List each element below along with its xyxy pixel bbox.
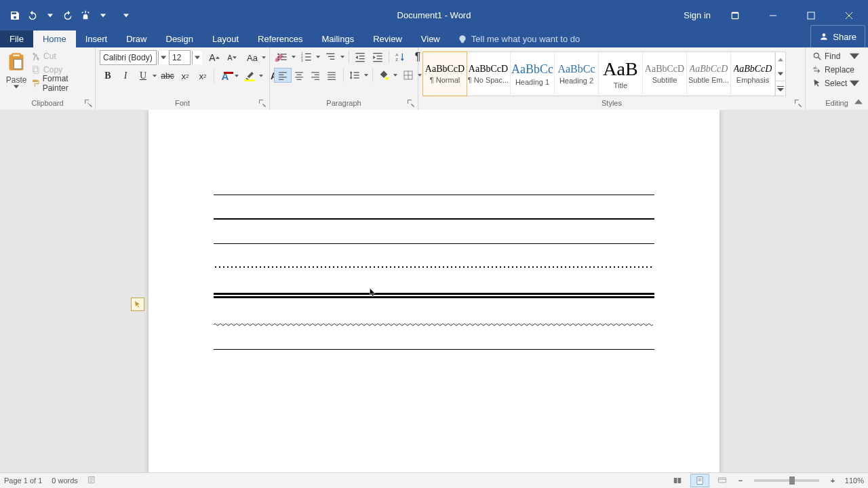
style-heading-2[interactable]: AaBbCcHeading 2: [555, 52, 599, 96]
tab-design[interactable]: Design: [157, 30, 203, 47]
print-layout-view-button[interactable]: [690, 474, 709, 487]
font-name-combo[interactable]: Calibri (Body): [100, 50, 157, 65]
undo-dropdown[interactable]: [42, 7, 58, 24]
font-dialog-launcher[interactable]: [258, 99, 267, 107]
tab-file[interactable]: File: [0, 30, 33, 47]
tab-home[interactable]: Home: [33, 30, 76, 47]
style-title[interactable]: AaBTitle: [599, 52, 643, 96]
clipboard-dialog-launcher[interactable]: [84, 99, 92, 107]
style-subtitle[interactable]: AaBbCcDSubtitle: [643, 52, 687, 96]
change-case-button[interactable]: Aa: [244, 51, 259, 64]
text-effects-dropdown[interactable]: [233, 69, 240, 83]
subscript-button[interactable]: x2: [177, 69, 193, 83]
sign-in-link[interactable]: Sign in: [684, 10, 711, 20]
justify-button[interactable]: [323, 68, 340, 82]
zoom-out-button[interactable]: −: [735, 475, 746, 486]
page-number-status[interactable]: Page 1 of 1: [4, 476, 42, 485]
decrease-indent-button[interactable]: [352, 50, 368, 64]
bullets-dropdown[interactable]: [290, 50, 297, 64]
read-mode-view-button[interactable]: [669, 474, 686, 487]
select-label: Select: [825, 79, 847, 88]
line-spacing-button[interactable]: [347, 68, 361, 82]
maximize-button[interactable]: [797, 6, 825, 25]
strikethrough-button[interactable]: abc: [159, 69, 176, 83]
touch-mouse-mode-button[interactable]: [77, 7, 94, 24]
highlight-dropdown[interactable]: [258, 69, 264, 83]
line-spacing-dropdown[interactable]: [363, 68, 370, 82]
tab-insert[interactable]: Insert: [76, 30, 117, 47]
styles-expand[interactable]: [776, 81, 785, 96]
sort-button[interactable]: AZ: [392, 50, 408, 64]
grow-font-button[interactable]: A: [206, 51, 222, 64]
underline-button[interactable]: U: [135, 69, 150, 83]
align-center-button[interactable]: [291, 68, 307, 82]
italic-button[interactable]: I: [117, 69, 134, 83]
minimize-button[interactable]: [760, 6, 787, 25]
zoom-in-button[interactable]: +: [827, 475, 838, 486]
paragraph-dialog-launcher[interactable]: [407, 99, 415, 107]
multilevel-list-button[interactable]: [323, 50, 338, 64]
zoom-slider-thumb[interactable]: [789, 476, 795, 485]
find-button[interactable]: Find: [810, 50, 862, 62]
touch-mode-dropdown[interactable]: [95, 7, 111, 24]
format-painter-button[interactable]: Format Painter: [31, 77, 91, 89]
tab-draw[interactable]: Draw: [117, 30, 156, 47]
save-button[interactable]: [7, 7, 23, 24]
styles-scroll-up[interactable]: [776, 52, 785, 66]
replace-button[interactable]: ab Replace: [810, 64, 862, 76]
shading-dropdown[interactable]: [392, 68, 399, 82]
style-emphasis[interactable]: AaBbCcDEmphasis: [731, 52, 775, 96]
change-case-dropdown[interactable]: [260, 51, 267, 64]
tab-view[interactable]: View: [412, 30, 450, 47]
tab-layout[interactable]: Layout: [203, 30, 248, 47]
group-clipboard: Paste Cut Copy Format Painter Clipboard: [0, 47, 96, 110]
paste-button[interactable]: Paste: [4, 50, 28, 99]
align-right-button[interactable]: [307, 68, 323, 82]
collapse-ribbon-button[interactable]: [853, 96, 864, 107]
tell-me-search[interactable]: Tell me what you want to do: [458, 30, 580, 47]
ribbon-display-options[interactable]: [722, 6, 749, 25]
styles-dialog-launcher[interactable]: [794, 99, 802, 107]
bullets-button[interactable]: [274, 50, 289, 64]
document-area[interactable]: [0, 110, 868, 473]
style--no-spac-[interactable]: AaBbCcD¶ No Spac...: [467, 52, 511, 96]
spellcheck-status-icon[interactable]: [87, 475, 97, 486]
font-size-dropdown[interactable]: [192, 51, 202, 64]
font-size-combo[interactable]: 12: [169, 50, 191, 65]
text-effects-button[interactable]: A: [217, 69, 232, 83]
zoom-slider[interactable]: [754, 479, 819, 482]
document-page[interactable]: [149, 110, 719, 473]
word-count-status[interactable]: 0 words: [52, 476, 78, 485]
shading-button[interactable]: [376, 68, 391, 82]
tab-review[interactable]: Review: [363, 30, 412, 47]
borders-button[interactable]: [400, 68, 415, 82]
close-button[interactable]: [835, 6, 863, 25]
styles-scroll-down[interactable]: [776, 66, 785, 81]
highlight-button[interactable]: [241, 69, 256, 83]
increase-indent-button[interactable]: [370, 50, 386, 64]
style--normal[interactable]: AaBbCcD¶ Normal: [422, 52, 467, 96]
underline-dropdown[interactable]: [151, 69, 158, 83]
share-button[interactable]: Share: [810, 25, 865, 48]
superscript-button[interactable]: x2: [195, 69, 211, 83]
svg-rect-20: [326, 54, 334, 54]
cut-button[interactable]: Cut: [31, 50, 91, 62]
multilevel-list-dropdown[interactable]: [339, 50, 346, 64]
zoom-level[interactable]: 110%: [845, 476, 864, 485]
align-left-button[interactable]: [274, 68, 292, 83]
shrink-font-button[interactable]: A: [224, 51, 240, 64]
web-layout-view-button[interactable]: [713, 474, 731, 487]
style-heading-1[interactable]: AaBbCcHeading 1: [511, 52, 555, 96]
autocorrect-options-icon[interactable]: [131, 298, 144, 311]
numbering-dropdown[interactable]: [315, 50, 321, 64]
style-subtle-em-[interactable]: AaBbCcDSubtle Em...: [687, 52, 731, 96]
select-button[interactable]: Select: [810, 77, 862, 89]
redo-button[interactable]: [60, 7, 76, 24]
tab-references[interactable]: References: [248, 30, 312, 47]
tab-mailings[interactable]: Mailings: [313, 30, 364, 47]
font-name-dropdown[interactable]: [158, 51, 168, 64]
numbering-button[interactable]: 123: [298, 50, 313, 64]
bold-button[interactable]: B: [100, 69, 116, 83]
qat-customize-dropdown[interactable]: [118, 7, 134, 24]
undo-button[interactable]: [24, 7, 41, 24]
